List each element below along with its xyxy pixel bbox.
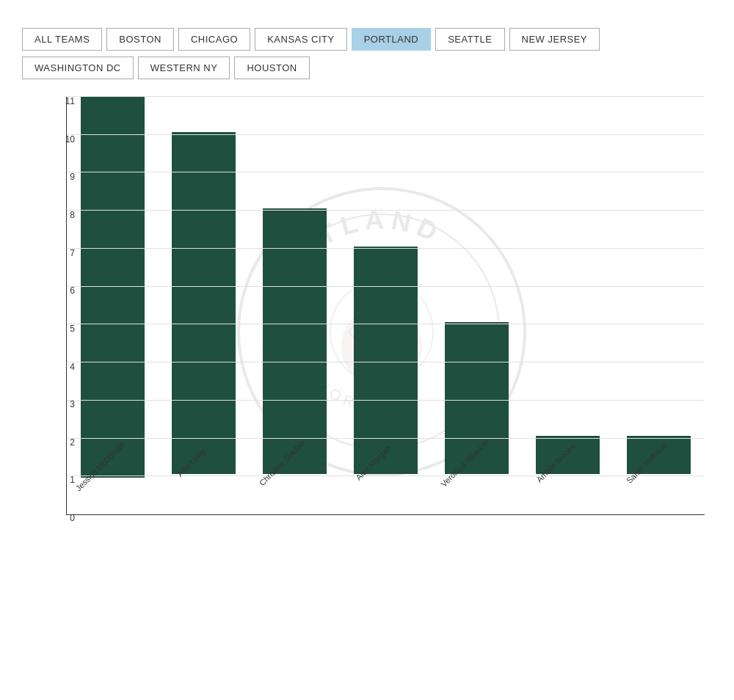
bar-group-christine-sinclair: Christine Sinclair — [249, 97, 340, 514]
filter-row-2: WASHINGTON DCWESTERN NYHOUSTON — [22, 56, 712, 79]
bar-christine-sinclair[interactable] — [263, 208, 327, 474]
bar-group-alex-morgan: Alex Morgan — [340, 97, 431, 514]
filter-btn-portland[interactable]: PORTLAND — [352, 28, 432, 51]
filter-btn-all-teams[interactable]: ALL TEAMS — [22, 28, 102, 51]
bars-container: Jessica McDonaldAllie LongChristine Sinc… — [66, 97, 705, 515]
bar-group-allie-long: Allie Long — [158, 97, 249, 514]
bar-alex-morgan[interactable] — [354, 247, 418, 474]
bar-group-veronica-boquete: Veronica Boquete — [432, 97, 523, 514]
chart-area: PORTLAND ✦ ✦ ✦ THORNS 01234567891011 — [22, 97, 712, 566]
filter-btn-chicago[interactable]: CHICAGO — [178, 28, 250, 51]
filter-btn-houston[interactable]: HOUSTON — [234, 56, 309, 79]
filter-btn-western-ny[interactable]: WESTERN NY — [138, 56, 230, 79]
bar-group-jessica-mcdonald: Jessica McDonald — [67, 97, 158, 514]
filter-btn-seattle[interactable]: SEATTLE — [435, 28, 504, 51]
bar-group-amber-brooks: Amber Brooks — [523, 97, 614, 514]
filter-row-1: ALL TEAMSBOSTONCHICAGOKANSAS CITYPORTLAN… — [22, 28, 712, 51]
filter-btn-new-jersey[interactable]: NEW JERSEY — [509, 28, 600, 51]
chart-container: 01234567891011 Jessica McDonaldAllie Lon… — [44, 97, 705, 566]
bar-jessica-mcdonald[interactable] — [81, 97, 145, 478]
bar-group-sarah-huffman: Sarah Huffman — [614, 97, 705, 514]
filter-btn-kansas-city[interactable]: KANSAS CITY — [255, 28, 346, 51]
filter-btn-washington-dc[interactable]: WASHINGTON DC — [22, 56, 134, 79]
bar-allie-long[interactable] — [172, 132, 236, 474]
filter-btn-boston[interactable]: BOSTON — [106, 28, 174, 51]
